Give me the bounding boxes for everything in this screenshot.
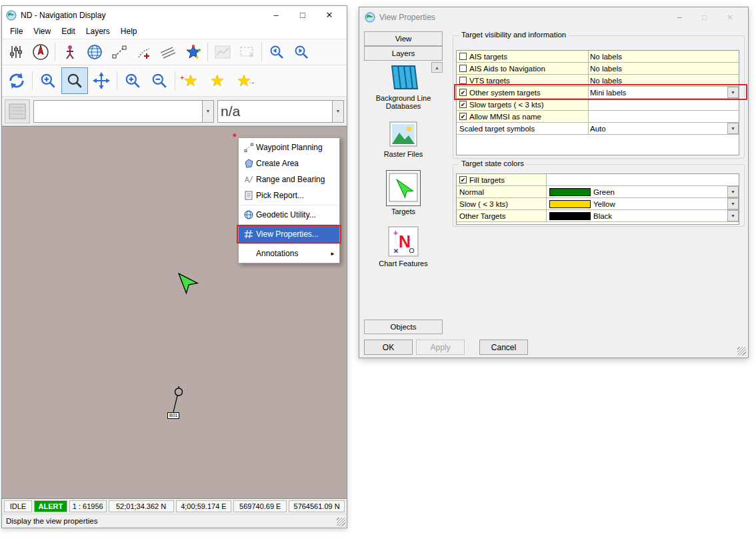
- row-value-cell[interactable]: Auto▼: [589, 123, 739, 134]
- row-label-cell[interactable]: VTS targets: [457, 75, 589, 86]
- row-label-cell[interactable]: ✔Allow MMSI as name: [457, 111, 589, 122]
- fill-targets-checkbox[interactable]: ✔: [459, 176, 467, 183]
- refresh-view-button[interactable]: [3, 67, 30, 94]
- zoom-out-icon: [151, 72, 168, 89]
- mixer-sliders-button[interactable]: [3, 41, 28, 63]
- scale-combobox[interactable]: n/a ▼: [217, 100, 344, 123]
- row-value-cell: [589, 99, 739, 110]
- dropdown-arrow-icon[interactable]: ▼: [727, 186, 739, 197]
- draw-polyline-button[interactable]: [131, 41, 156, 63]
- zoom-out-button[interactable]: [146, 67, 173, 94]
- dropdown-arrow-icon[interactable]: ▼: [727, 210, 739, 221]
- dialog-minimize-button[interactable]: –: [667, 10, 692, 25]
- select-region-button[interactable]: [235, 41, 259, 63]
- layer-item-raster-files[interactable]: Raster Files: [364, 121, 443, 158]
- dropdown-arrow-icon[interactable]: ▼: [332, 101, 343, 122]
- row-value-cell[interactable]: No labels: [589, 63, 739, 74]
- table-row-scaled-target-symbols: Scaled target symbols Auto▼: [457, 123, 739, 135]
- vts-targets-checkbox[interactable]: [459, 77, 467, 84]
- row-label-cell[interactable]: ✔Slow targets ( < 3 kts): [457, 99, 589, 110]
- dialog-close-button[interactable]: ✕: [717, 10, 743, 25]
- draw-line-button[interactable]: [107, 41, 131, 63]
- parallel-index-button[interactable]: [156, 41, 181, 63]
- layer-item-chart-features[interactable]: N Chart Features: [364, 226, 443, 267]
- context-menu-item-range-and-bearing[interactable]: A Range and Bearing: [239, 171, 339, 187]
- vessel-target-symbol[interactable]: [169, 265, 201, 297]
- dropdown-arrow-icon[interactable]: ▼: [727, 123, 739, 134]
- table-row-ais-aids: AIS Aids to Navigation No labels: [457, 63, 739, 75]
- map-canvas[interactable]: B01 * Waypoint Planning Create Area A Ra…: [2, 126, 347, 499]
- row-value-cell[interactable]: No labels: [589, 51, 739, 62]
- tab-view[interactable]: View: [364, 31, 443, 46]
- other-system-targets-checkbox[interactable]: ✔: [459, 89, 467, 96]
- menu-help[interactable]: Help: [115, 25, 143, 38]
- row-label-cell[interactable]: Scaled target symbols: [457, 123, 589, 134]
- row-value-cell[interactable]: No labels: [589, 75, 739, 86]
- apply-button[interactable]: Apply: [416, 340, 465, 355]
- row-value-cell[interactable]: Black▼: [547, 210, 739, 221]
- context-menu-item-pick-report[interactable]: Pick Report...: [239, 187, 339, 203]
- minimize-button[interactable]: –: [263, 7, 289, 23]
- targets-icon: [389, 173, 418, 202]
- ais-aids-checkbox[interactable]: [459, 65, 467, 72]
- menu-edit[interactable]: Edit: [56, 25, 81, 38]
- row-label-cell[interactable]: AIS targets: [457, 51, 589, 62]
- context-menu-item-waypoint-planning[interactable]: Waypoint Planning: [239, 139, 339, 155]
- row-value-cell[interactable]: Green▼: [547, 186, 739, 197]
- scale-value: n/a: [218, 103, 332, 119]
- zoom-window-button[interactable]: [35, 67, 61, 94]
- resize-grip[interactable]: [337, 518, 345, 526]
- row-value-cell[interactable]: Yellow▼: [547, 198, 739, 209]
- globe-button[interactable]: [82, 41, 107, 63]
- zoom-in-button[interactable]: [119, 67, 146, 94]
- slow-targets-checkbox[interactable]: ✔: [459, 101, 467, 108]
- row-label-cell[interactable]: ✔Other system targets: [457, 87, 589, 98]
- buoy-symbol[interactable]: [167, 386, 187, 416]
- waypoint-figure-button[interactable]: [57, 41, 82, 63]
- polygon-star-button[interactable]: [181, 41, 205, 63]
- goto-favorite-view-button[interactable]: ★→: [231, 67, 257, 94]
- menu-file[interactable]: File: [5, 25, 28, 38]
- favorite-view-button[interactable]: ★: [204, 67, 231, 94]
- context-menu-item-annotations[interactable]: Annotations ►: [239, 245, 339, 261]
- pan-button[interactable]: [88, 67, 115, 94]
- zoom-tool-icon: [66, 72, 83, 89]
- row-label-cell[interactable]: AIS Aids to Navigation: [457, 63, 589, 74]
- row-label: Slow ( < 3 kts): [459, 200, 508, 208]
- view-properties-dialog: View Properties – □ ✕ View Layers ▲ Back…: [359, 7, 749, 358]
- close-button[interactable]: ✕: [316, 7, 343, 23]
- tab-layers[interactable]: Layers: [364, 46, 443, 61]
- row-label-cell[interactable]: ✔Fill targets: [457, 174, 547, 185]
- add-favorite-view-button[interactable]: ★+: [177, 67, 204, 94]
- ok-button[interactable]: OK: [364, 340, 413, 355]
- objects-button[interactable]: Objects: [364, 320, 443, 334]
- dropdown-arrow-icon[interactable]: ▼: [202, 101, 213, 122]
- dropdown-arrow-icon[interactable]: ▼: [727, 198, 739, 209]
- row-label: Scaled target symbols: [459, 125, 535, 133]
- view-name-combobox[interactable]: ▼: [33, 100, 214, 123]
- zoom-next-button[interactable]: [289, 41, 313, 63]
- north-compass-button[interactable]: [28, 41, 53, 63]
- dialog-resize-grip[interactable]: [737, 347, 746, 356]
- dropdown-arrow-icon[interactable]: ▼: [727, 87, 739, 98]
- chart-button[interactable]: [210, 41, 235, 63]
- cancel-button[interactable]: Cancel: [479, 340, 528, 355]
- layer-item-background-line-databases[interactable]: Background Line Databases: [364, 63, 443, 110]
- zoom-previous-button[interactable]: [264, 41, 289, 63]
- context-menu-item-create-area[interactable]: Create Area: [239, 155, 339, 171]
- maximize-button[interactable]: □: [289, 7, 316, 23]
- nav-titlebar: ND - Navigation Display – □ ✕: [2, 6, 347, 24]
- layer-item-targets[interactable]: Targets: [364, 170, 443, 215]
- dialog-maximize-button[interactable]: □: [692, 10, 717, 25]
- menu-view[interactable]: View: [28, 25, 56, 38]
- target-state-colors-group: Target state colors ✔Fill targets Normal…: [453, 164, 745, 227]
- zoom-tool-button[interactable]: [61, 67, 88, 94]
- allow-mmsi-checkbox[interactable]: ✔: [459, 113, 467, 120]
- context-menu-item-geodetic-utility[interactable]: Geodetic Utility...: [239, 207, 339, 223]
- menu-layers[interactable]: Layers: [81, 25, 115, 38]
- ais-targets-checkbox[interactable]: [459, 53, 467, 60]
- geodetic-utility-icon: [244, 210, 253, 219]
- context-menu-item-view-properties[interactable]: View Properties...: [239, 226, 339, 242]
- chart-preview-button[interactable]: [5, 99, 30, 123]
- row-value-cell[interactable]: Mini labels▼: [589, 87, 739, 98]
